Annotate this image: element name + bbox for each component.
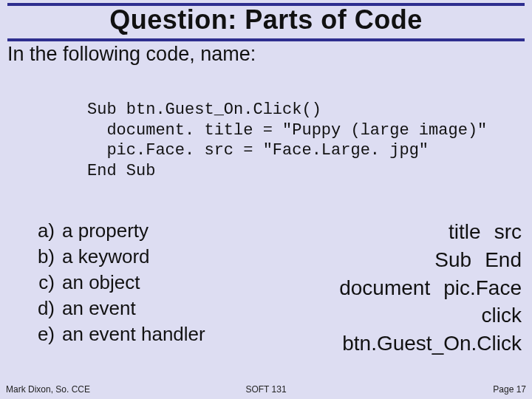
answer-row-3: documentpic.Face <box>339 274 522 302</box>
answers-column: titlesrc SubEnd documentpic.Face click b… <box>339 218 522 358</box>
footer: Mark Dixon, So. CCE SOFT 131 Page 17 <box>6 384 526 395</box>
answer-left: document <box>339 276 430 299</box>
title-underline <box>7 38 525 41</box>
answer-right: click <box>482 304 522 327</box>
footer-center: SOFT 131 <box>6 384 526 395</box>
option-c: c) an object <box>31 270 205 296</box>
option-b: b) a keyword <box>31 244 205 270</box>
answer-right: pic.Face <box>443 276 522 299</box>
option-letter: c) <box>31 270 62 296</box>
option-letter: e) <box>31 321 62 347</box>
option-text: an object <box>62 270 140 296</box>
option-text: an event handler <box>62 321 205 347</box>
options-list: a) a property b) a keyword c) an object … <box>31 218 205 347</box>
option-e: e) an event handler <box>31 321 205 347</box>
option-a: a) a property <box>31 218 205 244</box>
answer-left: title <box>449 220 481 243</box>
answer-right: btn.Guest_On.Click <box>342 332 522 355</box>
answer-row-1: titlesrc <box>339 218 522 246</box>
intro-text: In the following code, name: <box>7 43 256 66</box>
option-text: a property <box>62 218 149 244</box>
answer-row-5: btn.Guest_On.Click <box>339 330 522 358</box>
code-block: Sub btn.Guest_On.Click() document. title… <box>87 100 487 181</box>
page-title: Question: Parts of Code <box>0 4 532 35</box>
answer-right: src <box>494 220 522 243</box>
option-text: a keyword <box>62 244 150 270</box>
option-letter: a) <box>31 218 62 244</box>
answer-row-2: SubEnd <box>339 246 522 274</box>
option-letter: d) <box>31 296 62 321</box>
answer-left: Sub <box>434 248 471 271</box>
answer-row-4: click <box>339 301 522 330</box>
answer-right: End <box>485 248 522 271</box>
option-d: d) an event <box>31 296 205 321</box>
option-letter: b) <box>31 244 62 270</box>
option-text: an event <box>62 296 136 321</box>
